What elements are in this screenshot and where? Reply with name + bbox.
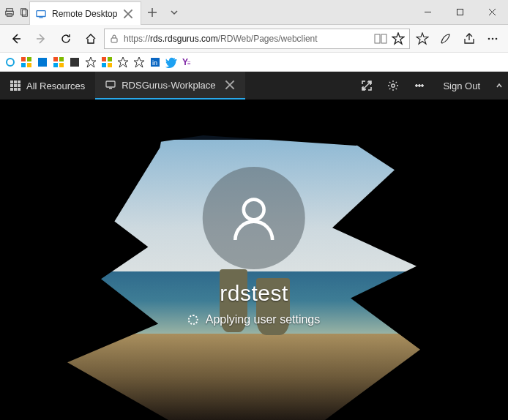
bookmark-icon[interactable] xyxy=(85,56,97,68)
tab-session-workplace[interactable]: RDSGurus-Workplace xyxy=(95,72,244,100)
home-button[interactable] xyxy=(79,27,102,50)
bookmark-icon[interactable] xyxy=(117,56,129,68)
browser-tab-remote-desktop[interactable]: Remote Desktop xyxy=(29,1,141,25)
login-username: rdstest xyxy=(220,281,288,306)
svg-rect-14 xyxy=(21,57,26,61)
svg-point-45 xyxy=(419,85,421,87)
reading-view-icon[interactable] xyxy=(374,32,387,45)
settings-button[interactable] xyxy=(380,72,406,100)
bookmark-icon[interactable]: Y≡ xyxy=(182,56,193,68)
tabs-dropdown-button[interactable] xyxy=(163,0,185,24)
collapse-toolbar-button[interactable] xyxy=(490,72,508,100)
svg-point-43 xyxy=(392,84,395,87)
svg-rect-15 xyxy=(27,57,31,61)
rdweb-toolbar: All Resources RDSGurus-Workplace Sign Ou… xyxy=(0,72,508,100)
svg-rect-16 xyxy=(21,63,26,67)
svg-point-12 xyxy=(492,37,494,40)
share-button[interactable] xyxy=(458,27,480,50)
address-bar[interactable]: https://rds.rdsgurus.com/RDWeb/Pages/web… xyxy=(104,29,410,49)
svg-text:in: in xyxy=(152,59,157,67)
svg-rect-26 xyxy=(102,63,106,67)
browser-nav-bar: https://rds.rdsgurus.com/RDWeb/Pages/web… xyxy=(0,25,508,53)
svg-rect-36 xyxy=(14,84,17,87)
svg-rect-0 xyxy=(7,8,13,11)
svg-rect-7 xyxy=(457,10,463,15)
more-button[interactable] xyxy=(482,27,504,50)
bookmark-icon[interactable] xyxy=(165,56,177,68)
address-bar-text: https://rds.rdsgurus.com/RDWeb/Pages/web… xyxy=(124,34,370,44)
notes-button[interactable] xyxy=(435,27,457,50)
refresh-button[interactable] xyxy=(54,27,78,50)
fullscreen-button[interactable] xyxy=(354,72,380,100)
page-duplicate-icon[interactable] xyxy=(19,7,29,18)
svg-rect-37 xyxy=(18,84,20,87)
login-overlay: rdstest Applying user settings xyxy=(188,167,321,326)
bookmark-icon[interactable] xyxy=(4,56,16,68)
url-path: /RDWeb/Pages/webclient xyxy=(218,34,318,44)
bookmark-icon[interactable]: in xyxy=(149,56,161,68)
monitor-icon xyxy=(105,80,116,90)
bookmark-icon[interactable] xyxy=(69,56,81,68)
sign-out-button[interactable]: Sign Out xyxy=(433,72,490,100)
window-close-button[interactable] xyxy=(476,0,508,24)
more-actions-button[interactable] xyxy=(406,72,433,100)
svg-point-47 xyxy=(244,200,264,220)
url-scheme: https:// xyxy=(124,34,150,44)
login-status-line: Applying user settings xyxy=(188,313,321,326)
window-maximize-button[interactable] xyxy=(444,0,476,24)
user-avatar xyxy=(203,167,305,269)
caption-left-cluster xyxy=(0,0,29,24)
svg-rect-42 xyxy=(109,88,112,89)
svg-point-11 xyxy=(488,37,490,40)
svg-rect-41 xyxy=(106,81,115,87)
new-tab-button[interactable] xyxy=(141,0,163,24)
person-icon xyxy=(227,191,281,245)
window-minimize-button[interactable] xyxy=(411,0,444,24)
spinner-icon xyxy=(188,315,198,325)
tab-all-resources-label: All Resources xyxy=(26,80,85,91)
svg-rect-33 xyxy=(14,80,17,83)
bookmark-icon[interactable] xyxy=(101,56,113,68)
tab-all-resources[interactable]: All Resources xyxy=(0,72,95,100)
svg-rect-9 xyxy=(375,34,380,43)
favorites-hub-button[interactable] xyxy=(411,27,433,50)
close-icon[interactable] xyxy=(123,9,133,19)
bookmark-icon[interactable] xyxy=(37,56,48,68)
url-host: rds.rdsgurus.com xyxy=(150,34,218,44)
app-icon xyxy=(36,9,46,19)
svg-point-44 xyxy=(416,85,418,87)
svg-rect-21 xyxy=(53,63,58,67)
svg-rect-39 xyxy=(14,88,17,91)
favorite-star-icon[interactable] xyxy=(392,32,405,45)
svg-rect-23 xyxy=(70,58,79,67)
bookmark-icon[interactable] xyxy=(133,56,145,68)
print-icon[interactable] xyxy=(4,7,15,18)
svg-rect-35 xyxy=(10,84,13,87)
svg-rect-17 xyxy=(27,63,31,67)
bookmarks-bar: in Y≡ xyxy=(0,53,508,72)
svg-point-13 xyxy=(496,37,498,40)
tab-session-label: RDSGurus-Workplace xyxy=(122,80,215,91)
svg-rect-19 xyxy=(53,57,58,61)
svg-rect-40 xyxy=(18,88,20,91)
remote-session-viewport[interactable]: rdstest Applying user settings xyxy=(0,100,508,420)
window-caption-bar: Remote Desktop xyxy=(0,0,508,25)
svg-rect-20 xyxy=(59,57,64,61)
svg-rect-10 xyxy=(381,34,386,43)
svg-rect-22 xyxy=(59,63,64,67)
svg-rect-34 xyxy=(18,80,20,83)
svg-rect-38 xyxy=(10,88,13,91)
svg-rect-8 xyxy=(111,38,117,42)
svg-rect-18 xyxy=(38,58,47,67)
bookmark-icon[interactable] xyxy=(53,56,64,68)
svg-point-46 xyxy=(422,85,424,87)
back-button[interactable] xyxy=(4,27,28,50)
bookmark-icon[interactable] xyxy=(20,56,32,68)
lock-icon xyxy=(109,34,119,44)
svg-rect-32 xyxy=(10,80,13,83)
svg-rect-27 xyxy=(108,63,112,67)
close-icon[interactable] xyxy=(225,80,235,90)
forward-button[interactable] xyxy=(29,27,53,50)
svg-rect-24 xyxy=(102,57,106,61)
browser-tab-title: Remote Desktop xyxy=(52,9,117,19)
